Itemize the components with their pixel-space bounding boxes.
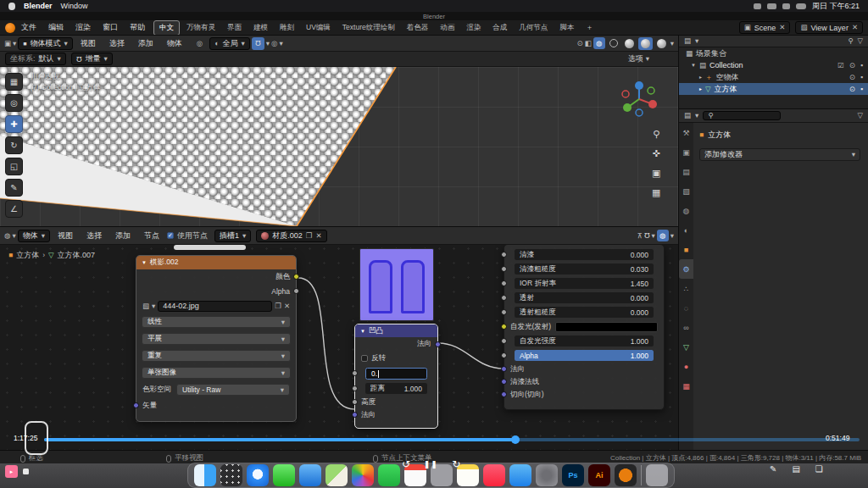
transmission-roughness-slider[interactable]: 透射粗糙度 0.000 — [515, 307, 654, 319]
view-layer-close-icon[interactable]: ✕ — [852, 24, 858, 31]
dock-app-music[interactable] — [483, 464, 505, 486]
shader-overlay-dropdown-icon[interactable]: ▾ — [670, 232, 674, 240]
tool-cursor[interactable]: ◎ — [5, 94, 23, 112]
workspace-tab-11[interactable]: 几何节点 — [514, 21, 553, 35]
workspace-tab-5[interactable]: UV编辑 — [301, 21, 336, 35]
outliner-row-cube[interactable]: ▸ ▽ 立方体 ⊙ ▪ — [679, 83, 868, 95]
dock-app-safari[interactable] — [247, 464, 269, 486]
menubar-app-name[interactable]: Blender — [24, 2, 53, 10]
status-icon-1[interactable] — [754, 3, 761, 9]
clearcoat-normal-socket[interactable] — [501, 379, 507, 385]
add-modifier-button[interactable]: 添加修改器 ▾ — [699, 148, 860, 161]
emission-socket[interactable] — [501, 324, 507, 330]
normal-input-socket[interactable] — [501, 366, 507, 372]
blender-logo-icon[interactable] — [5, 23, 15, 33]
player-small-icon[interactable] — [23, 469, 29, 474]
cube-expand-icon[interactable]: ▸ — [699, 86, 702, 92]
alpha-output-socket[interactable] — [293, 288, 299, 294]
clearcoat-slider[interactable]: 清漆 0.000 — [515, 249, 654, 261]
extension-dropdown[interactable]: 重复 ▾ — [142, 350, 291, 362]
status-icon-3[interactable] — [782, 3, 790, 9]
bump-normal-output-socket[interactable] — [435, 341, 441, 347]
editor-type-icon[interactable]: ▣ — [4, 40, 11, 47]
tab-modifiers[interactable]: ⚙ — [679, 259, 693, 279]
shader-snap-dropdown-icon[interactable]: ▾ — [651, 232, 654, 240]
properties-editor-icon[interactable]: ▤ — [684, 112, 691, 119]
dock-app-app-store[interactable] — [509, 464, 531, 486]
vector-input-socket[interactable] — [133, 402, 139, 408]
scene-close-icon[interactable]: ✕ — [779, 24, 785, 31]
mode-selector[interactable]: ■ 物体模式 ▾ — [18, 37, 73, 50]
image-name-field[interactable]: 444-02.jpg — [158, 301, 272, 312]
clearcoat-roughness-slider[interactable]: 清漆粗糙度 0.030 — [515, 263, 654, 275]
workspace-tab-12[interactable]: 脚本 — [554, 21, 579, 35]
viewport-menu-view[interactable]: 视图 — [75, 38, 102, 49]
outliner-row-scene-collection[interactable]: ▦ 场景集合 — [679, 47, 868, 59]
color-output-socket[interactable] — [293, 274, 299, 280]
snap-dropdown-icon[interactable]: ▾ — [266, 40, 270, 47]
pan-hand-icon[interactable]: ✜ — [653, 149, 660, 158]
tab-material[interactable]: ● — [679, 357, 693, 376]
interpolation-dropdown[interactable]: 线性 ▾ — [142, 316, 291, 328]
image-node-header[interactable]: ▼ 棋影.002 — [136, 256, 296, 269]
proportional-edit-icon[interactable]: ◎ — [271, 40, 277, 47]
workspace-tab-2[interactable]: 界面 — [222, 21, 247, 35]
invert-checkbox[interactable] — [361, 355, 368, 362]
empty-eye-icon[interactable]: ⊙ — [849, 74, 855, 81]
shading-wireframe-button[interactable] — [607, 37, 620, 49]
shader-overlay-toggle[interactable]: ◍ — [657, 230, 669, 241]
ortho-toggle-icon[interactable]: ▦ — [652, 188, 660, 197]
transmission-roughness-socket[interactable] — [501, 309, 507, 315]
view-layer-selector[interactable]: ▧ View Layer ✕ — [795, 21, 863, 34]
tab-tool[interactable]: ⚒ — [679, 123, 693, 142]
tab-world[interactable]: ◐ — [679, 220, 693, 240]
outliner-filter-icon[interactable]: ▽ — [857, 37, 863, 45]
distance-input-socket[interactable] — [352, 385, 358, 391]
tab-particles[interactable]: ∴ — [679, 279, 693, 298]
pin-icon[interactable]: ⊼ — [637, 232, 642, 240]
outliner-editor-icon[interactable]: ▤ — [684, 37, 691, 45]
collection-checkbox-icon[interactable]: ☑ — [837, 62, 844, 69]
tool-move[interactable]: ✚ — [5, 115, 23, 133]
material-copy-icon[interactable]: ❐ — [306, 232, 313, 240]
clearcoat-roughness-socket[interactable] — [501, 266, 507, 272]
tool-measure[interactable]: ∠ — [5, 200, 23, 218]
properties-search-input[interactable]: ⚲ — [703, 111, 781, 120]
menu-help[interactable]: 帮助 — [124, 22, 151, 33]
ior-socket[interactable] — [501, 280, 507, 286]
shader-menu-add[interactable]: 添加 — [109, 230, 136, 241]
tool-scale[interactable]: ◱ — [5, 158, 23, 175]
shading-solid-button[interactable] — [622, 37, 637, 50]
battery-icon[interactable] — [796, 3, 806, 9]
pause-button[interactable]: ❚❚ — [424, 460, 438, 469]
navigation-gizmo[interactable] — [619, 79, 659, 119]
menu-window[interactable]: 窗口 — [97, 22, 124, 33]
fullscreen-icon[interactable]: ❏ — [815, 464, 823, 474]
viewport-menu-select[interactable]: 选择 — [103, 38, 131, 49]
menu-file[interactable]: 文件 — [15, 22, 42, 33]
tool-rotate[interactable]: ↻ — [5, 136, 23, 154]
overlays-toggle[interactable]: ◍ — [593, 37, 605, 49]
image-texture-node[interactable]: ▼ 棋影.002 颜色 Alpha ▧ ▾ 444-02.jpg ❐ ✕ — [136, 255, 297, 422]
proportional-dropdown-icon[interactable]: ▾ — [279, 40, 282, 47]
image-node-collapse-icon[interactable]: ▼ — [142, 260, 147, 265]
distance-slider[interactable]: 距离 1.000 — [365, 383, 427, 395]
workspace-tab-8[interactable]: 动画 — [435, 21, 459, 35]
camera-view-icon[interactable]: ▣ — [652, 169, 660, 178]
principled-bsdf-node[interactable]: 清漆 0.000 清漆粗糙度 0.030 IOR 折射率 1.450 — [504, 244, 665, 410]
transform-orientation-selector[interactable]: ◐ 全局 ▾ — [209, 37, 249, 50]
active-tool-icon[interactable]: ◎ — [197, 40, 203, 47]
alpha-input-socket[interactable] — [501, 352, 507, 358]
tab-object-data[interactable]: ▽ — [679, 337, 693, 357]
emission-strength-socket[interactable] — [501, 338, 507, 344]
workspace-tab-4[interactable]: 雕刻 — [275, 21, 299, 35]
collection-camera-icon[interactable]: ▪ — [860, 62, 863, 69]
ior-slider[interactable]: IOR 折射率 1.450 — [515, 278, 654, 290]
source-dropdown[interactable]: 单张图像 ▾ — [142, 367, 291, 379]
editor-type-dropdown-icon[interactable]: ▾ — [13, 40, 16, 47]
shader-editor-dropdown-icon[interactable]: ▾ — [12, 232, 15, 240]
snap-mode-selector[interactable]: Ω 增量 ▾ — [71, 53, 113, 65]
rewind-button[interactable]: ↺ — [402, 458, 410, 470]
image-unlink-icon[interactable]: ✕ — [284, 302, 290, 310]
player-progress-handle[interactable] — [511, 435, 520, 444]
